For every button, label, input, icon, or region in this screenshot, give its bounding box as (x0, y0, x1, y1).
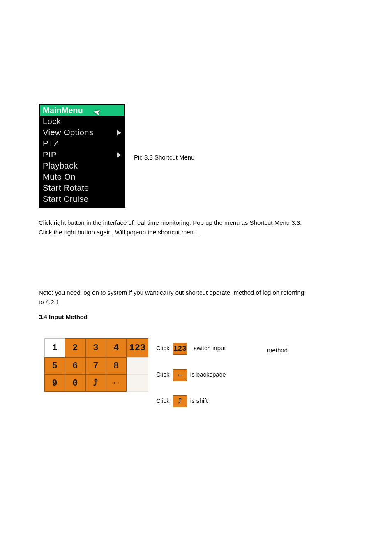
text: Click right button in the interface of r… (39, 219, 302, 226)
key-5[interactable]: 5 (44, 357, 65, 375)
dvr-context-menu: MainMenu Lock View Options PTZ PIP Playb… (39, 104, 125, 208)
menu-item-label: Start Rotate (43, 183, 89, 193)
text: Note: you need log on to system if you w… (39, 289, 304, 296)
menu-item-label: Lock (43, 117, 61, 126)
submenu-arrow-icon (117, 152, 121, 158)
key-1[interactable]: 1 (44, 338, 65, 357)
chip-shift: ⤴ (173, 395, 187, 407)
key-2[interactable]: 2 (65, 338, 85, 357)
key-3[interactable]: 3 (85, 338, 106, 357)
paragraph-note: Note: you need log on to system if you w… (39, 288, 359, 307)
figure-caption: Pic 3.3 Shortcut Menu (134, 154, 195, 161)
text: to 4.2.1. (39, 298, 61, 305)
key-backspace[interactable]: ← (106, 375, 127, 392)
menu-item-ptz[interactable]: PTZ (40, 138, 124, 149)
legend-method-word: method. (267, 345, 289, 355)
key-6[interactable]: 6 (65, 357, 85, 375)
onscreen-keypad: 1 2 3 4 123 5 6 7 8 9 0 ⤴ ← (44, 338, 148, 392)
key-8[interactable]: 8 (106, 357, 127, 375)
key-9[interactable]: 9 (44, 375, 65, 392)
chip-backspace: ← (173, 369, 187, 381)
key-blank (127, 357, 148, 375)
menu-item-label: Start Cruise (43, 194, 89, 204)
key-4[interactable]: 4 (106, 338, 127, 357)
legend-row-backspace: Click ← is backspace (156, 368, 226, 381)
key-0[interactable]: 0 (65, 375, 85, 392)
menu-item-label: Playback (43, 161, 78, 171)
shift-icon: ⤴ (93, 378, 98, 387)
key-blank (127, 375, 148, 392)
keypad-legend: Click 123 , switch input Click ← is back… (156, 341, 226, 420)
section-heading: 3.4 Input Method (39, 313, 88, 320)
menu-item-mainmenu[interactable]: MainMenu (40, 105, 124, 116)
menu-item-pip[interactable]: PIP (40, 149, 124, 160)
legend-row-mode: Click 123 , switch input (156, 341, 226, 355)
key-7[interactable]: 7 (85, 357, 106, 375)
menu-item-start-cruise[interactable]: Start Cruise (40, 194, 124, 205)
key-shift[interactable]: ⤴ (85, 375, 106, 392)
menu-item-label: PTZ (43, 139, 59, 148)
legend-row-shift: Click ⤴ is shift (156, 394, 226, 407)
text: Click (156, 397, 171, 404)
chip-123: 123 (173, 343, 187, 355)
text: Click (156, 345, 171, 352)
text: Click (156, 371, 171, 378)
menu-item-mute-on[interactable]: Mute On (40, 171, 124, 183)
paragraph-instructions: Click right button in the interface of r… (39, 218, 359, 237)
submenu-arrow-icon (117, 130, 121, 136)
text: is backspace (190, 371, 226, 378)
menu-item-label: View Options (43, 128, 93, 137)
text: is shift (190, 397, 208, 404)
menu-item-start-rotate[interactable]: Start Rotate (40, 183, 124, 194)
backspace-icon: ← (112, 378, 121, 387)
menu-item-label: Mute On (43, 172, 76, 182)
text: , switch input (190, 345, 226, 352)
text: Click the right button again. Will pop-u… (39, 229, 198, 236)
menu-item-view-options[interactable]: View Options (40, 127, 124, 138)
menu-item-lock[interactable]: Lock (40, 116, 124, 127)
key-mode-123[interactable]: 123 (127, 338, 148, 357)
menu-item-label: MainMenu (43, 106, 83, 115)
menu-item-label: PIP (43, 150, 57, 160)
menu-item-playback[interactable]: Playback (40, 160, 124, 171)
